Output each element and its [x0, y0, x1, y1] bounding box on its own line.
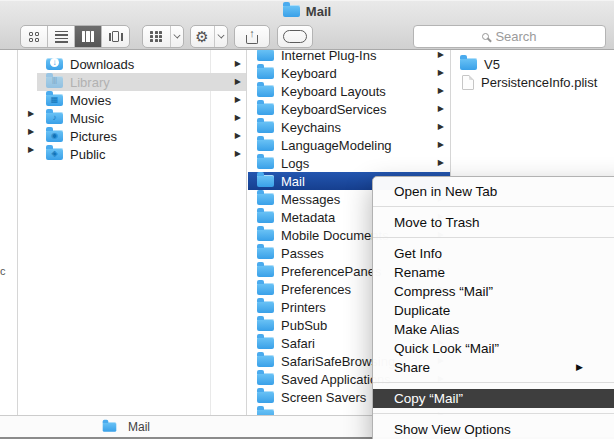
list-view-button[interactable]	[48, 26, 75, 47]
file-row[interactable]: Keychains ▶	[248, 118, 450, 136]
context-menu-item[interactable]: ▶	[373, 201, 614, 213]
item-label: Pictures	[70, 129, 117, 144]
context-menu-item[interactable]: Duplicate ▶	[373, 301, 614, 320]
sidebar-divider[interactable]	[17, 50, 18, 415]
forward-arrow-icon: ▶	[235, 109, 241, 127]
forward-arrow-icon: ▶	[438, 118, 444, 136]
title-bar[interactable]: Mail	[0, 0, 614, 22]
search-placeholder: Search	[495, 29, 536, 44]
submenu-arrow-icon: ▶	[576, 358, 583, 377]
window-header: Mail	[0, 0, 614, 50]
item-icon	[257, 247, 274, 259]
item-icon	[257, 50, 274, 61]
item-icon	[257, 337, 274, 349]
action-dropdown[interactable]	[214, 26, 228, 47]
item-label: Keyboard	[281, 66, 337, 81]
column-first[interactable]: ↓ Downloads ▶ Ⅲ Library ▶ ▦ Movies ▶	[37, 50, 247, 415]
file-row[interactable]: Keyboard Layouts ▶	[248, 82, 450, 100]
file-row[interactable]: ♪ Music ▶	[37, 109, 247, 127]
menu-item-label: Open in New Tab	[394, 184, 497, 199]
item-icon	[257, 85, 274, 97]
item-label: Movies	[70, 93, 111, 108]
item-icon	[257, 229, 274, 241]
icon-view-button[interactable]	[21, 26, 48, 47]
item-label: Preferences	[281, 282, 351, 297]
item-label: Messages	[281, 192, 340, 207]
forward-arrow-icon: ▶	[235, 73, 241, 91]
coverflow-view-icon	[109, 31, 123, 42]
item-label: Keyboard Layouts	[281, 84, 386, 99]
item-label: Public	[70, 147, 105, 162]
context-menu-item[interactable]: Open in New Tab ▶	[373, 182, 614, 201]
file-row[interactable]: ▦ Movies ▶	[37, 91, 247, 109]
arrange-dropdown[interactable]	[170, 26, 184, 47]
file-row[interactable]: Internet Plug-Ins ▶	[248, 50, 450, 64]
context-menu-item[interactable]: ▶	[373, 232, 614, 244]
column-divider[interactable]	[246, 50, 247, 415]
file-row[interactable]: ◈ Public ▶	[37, 145, 247, 163]
file-row[interactable]: ◉ Pictures ▶	[37, 127, 247, 145]
forward-arrow-icon: ▶	[438, 100, 444, 118]
item-icon	[462, 75, 474, 90]
context-menu-item[interactable]: Move to Trash ▶	[373, 213, 614, 232]
file-row[interactable]: V5	[451, 55, 614, 73]
finder-window: Mail	[0, 0, 614, 439]
tags-button[interactable]	[277, 25, 313, 48]
chevron-down-icon	[217, 31, 224, 38]
item-icon	[257, 121, 274, 133]
file-row[interactable]: Keyboard ▶	[248, 64, 450, 82]
forward-arrow-icon: ▶	[438, 50, 444, 64]
file-row[interactable]: PersistenceInfo.plist	[451, 73, 614, 91]
file-row[interactable]: ↓ Downloads ▶	[37, 55, 247, 73]
item-icon	[460, 58, 477, 70]
disclosure-triangle-icon[interactable]: ▶	[26, 141, 36, 159]
item-icon	[257, 283, 274, 295]
status-folder-icon	[103, 422, 117, 432]
item-icon	[257, 103, 274, 115]
forward-arrow-icon: ▶	[438, 64, 444, 82]
item-label: PreferencePanes	[281, 264, 381, 279]
item-label: Keychains	[281, 120, 341, 135]
context-menu-item[interactable]: Share ▶	[373, 358, 614, 377]
context-menu-item[interactable]: Quick Look “Mail” ▶	[373, 339, 614, 358]
context-menu-item[interactable]: Rename ▶	[373, 263, 614, 282]
disclosure-triangle-icon[interactable]: ▶	[26, 105, 36, 123]
column-view-icon	[82, 31, 95, 42]
coverflow-view-button[interactable]	[102, 26, 129, 47]
item-icon	[257, 67, 274, 79]
item-icon	[257, 319, 274, 331]
column-view-button[interactable]	[75, 26, 102, 47]
search-icon	[482, 33, 489, 40]
context-menu-item[interactable]: Show View Options ▶	[373, 420, 614, 439]
file-row[interactable]: LanguageModeling ▶	[248, 136, 450, 154]
item-label: Metadata	[281, 210, 335, 225]
context-menu-item[interactable]: Compress “Mail” ▶	[373, 282, 614, 301]
item-label: Passes	[281, 246, 324, 261]
context-menu-item[interactable]: Copy “Mail” ▶	[373, 389, 614, 408]
item-label: PubSub	[281, 318, 327, 333]
action-button[interactable]: ⚙	[190, 25, 228, 48]
context-menu-item[interactable]: ▶	[373, 408, 614, 420]
item-icon: ♪	[46, 112, 63, 124]
arrange-button[interactable]	[142, 25, 184, 48]
file-row[interactable]: Ⅲ Library ▶	[37, 73, 247, 91]
file-row[interactable]: KeyboardServices ▶	[248, 100, 450, 118]
context-menu-item[interactable]: Get Info ▶	[373, 244, 614, 263]
search-input[interactable]: Search	[413, 25, 606, 48]
file-row[interactable]: Logs ▶	[248, 154, 450, 172]
menu-item-label: Get Info	[394, 246, 442, 261]
item-icon: ◈	[46, 148, 63, 160]
item-label: Music	[70, 111, 104, 126]
context-menu-item[interactable]: ▶	[373, 377, 614, 389]
sidebar-clipped-text: c	[0, 265, 6, 277]
forward-arrow-icon: ▶	[438, 136, 444, 154]
forward-arrow-icon: ▶	[235, 145, 241, 163]
item-icon: ◉	[46, 130, 63, 142]
item-icon	[257, 355, 274, 367]
chevron-down-icon	[173, 31, 180, 38]
disclosure-triangle-icon[interactable]: ▶	[26, 123, 36, 141]
item-label: Printers	[281, 300, 326, 315]
share-button[interactable]: ↑	[234, 25, 270, 48]
context-menu-item[interactable]: Make Alias ▶	[373, 320, 614, 339]
item-label: Mail	[281, 174, 305, 189]
